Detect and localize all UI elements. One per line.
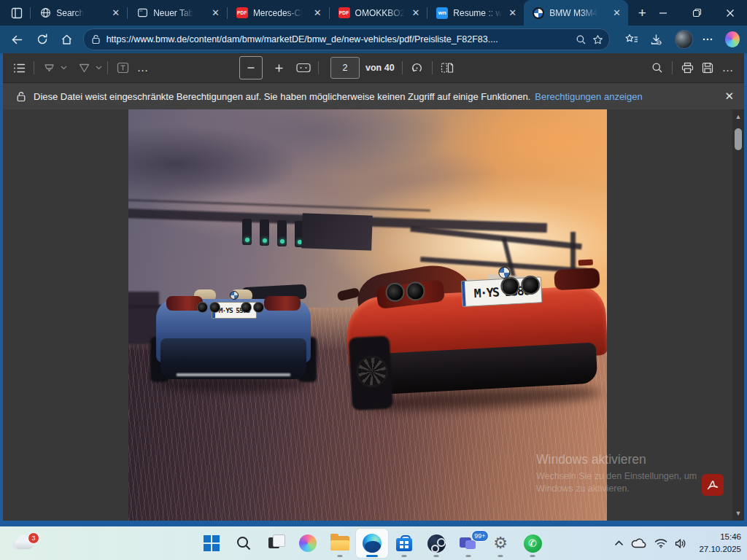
close-tab-icon[interactable]: ✕: [110, 7, 121, 19]
windows-activation-watermark: Windows aktivieren Wechseln Sie zu den E…: [536, 452, 697, 495]
tail-light: [264, 296, 301, 311]
search-document-button[interactable]: [647, 58, 667, 78]
teams-button[interactable]: 99+: [452, 529, 484, 558]
exhaust-tip: [253, 302, 264, 313]
more-options-button[interactable]: …: [718, 58, 738, 78]
close-window-button[interactable]: [713, 0, 747, 26]
pdf-file-icon: PDF: [338, 7, 350, 19]
edge-button[interactable]: [356, 529, 388, 558]
title-bar: Search ✕ Neuer Tab ✕ PDF Mercedes-Cl ✕ P…: [0, 0, 747, 26]
edge-icon: [363, 534, 382, 553]
settings-more-button[interactable]: [697, 28, 718, 50]
traffic-light: [277, 220, 287, 246]
volume-icon[interactable]: [675, 538, 687, 549]
close-tab-icon[interactable]: ✕: [210, 7, 221, 19]
search-in-address-icon[interactable]: [576, 34, 587, 45]
back-button[interactable]: [7, 28, 28, 50]
close-tab-icon[interactable]: ✕: [611, 7, 622, 19]
page-total-label: von 40: [365, 63, 395, 73]
window-frame-bottom: [0, 521, 747, 526]
scrollbar-thumb[interactable]: [735, 128, 742, 150]
tab-neuer-tab[interactable]: Neuer Tab ✕: [128, 0, 227, 26]
toolbar-separator: [672, 61, 673, 74]
file-explorer-button[interactable]: [324, 529, 356, 558]
tab-resume-doc[interactable]: wn Resume :: w ✕: [427, 0, 524, 26]
close-tab-icon[interactable]: ✕: [507, 7, 518, 19]
url-text[interactable]: https://www.bmw.de/content/dam/bmw/marke…: [107, 34, 570, 44]
scroll-down-button[interactable]: ▼: [732, 508, 744, 519]
onedrive-icon[interactable]: [631, 538, 647, 548]
start-button[interactable]: [196, 529, 228, 558]
tab-bmw-active[interactable]: BMW M3M4 ✕: [524, 0, 628, 26]
save-button[interactable]: [697, 58, 718, 78]
notification-message: Diese Datei weist eingeschränkte Berecht…: [34, 91, 530, 102]
page-number-input[interactable]: [330, 57, 360, 79]
steam-icon: [427, 534, 446, 553]
bmw-roundel: [230, 291, 239, 300]
close-tab-icon[interactable]: ✕: [312, 7, 323, 19]
toolbar-separator: [402, 61, 403, 74]
highlight-button[interactable]: [39, 58, 59, 78]
add-text-button[interactable]: [112, 58, 133, 78]
chevron-down-icon[interactable]: [94, 58, 103, 78]
tab-omokkbo2-pdf[interactable]: PDF OMOKKBO2 ✕: [330, 0, 427, 26]
watermark-line1: Wechseln Sie zu den Einstellungen, um: [536, 470, 697, 483]
notification-close-button[interactable]: ✕: [724, 90, 734, 103]
weather-widget[interactable]: 3: [13, 532, 42, 556]
steam-button[interactable]: [420, 529, 452, 558]
print-button[interactable]: [677, 58, 697, 78]
tray-time: 15:46: [699, 531, 741, 543]
whatsapp-icon: ✆: [524, 534, 542, 553]
tray-chevron-icon[interactable]: [614, 540, 624, 546]
globe-icon: [39, 7, 51, 19]
toolbar-separator: [34, 61, 34, 74]
restore-button[interactable]: [680, 0, 713, 26]
pdf-page-image[interactable]: M·YS 5575 M·YS 5386: [128, 109, 607, 521]
tab-actions-menu-button[interactable]: [7, 4, 26, 23]
favorites-bar-button[interactable]: [622, 28, 642, 50]
favorite-star-icon[interactable]: [592, 34, 603, 45]
bmw-logo-icon: [533, 7, 544, 19]
zoom-out-button[interactable]: [239, 56, 263, 79]
taskbar-search-button[interactable]: [228, 529, 260, 558]
zoom-in-button[interactable]: [268, 58, 289, 78]
clock[interactable]: 15:46 27.10.2025: [699, 531, 741, 555]
site-permissions-lock-icon[interactable]: [91, 34, 101, 44]
close-tab-icon[interactable]: ✕: [410, 7, 421, 19]
microsoft-store-button[interactable]: [388, 529, 420, 558]
folder-icon: [330, 536, 349, 551]
more-tools-button[interactable]: …: [133, 58, 153, 78]
settings-button[interactable]: ⚙: [484, 529, 516, 558]
minimize-button[interactable]: [646, 0, 680, 26]
m4-badge: [578, 260, 593, 266]
task-view-button[interactable]: [260, 529, 292, 558]
address-bar[interactable]: https://www.bmw.de/content/dam/bmw/marke…: [83, 28, 610, 50]
tab-label: Mercedes-Cl: [253, 8, 303, 18]
wifi-icon[interactable]: [654, 538, 667, 548]
exhaust-tip: [197, 302, 208, 313]
home-button[interactable]: [57, 28, 77, 50]
copilot-icon[interactable]: [725, 31, 740, 47]
new-tab-button[interactable]: +: [638, 5, 646, 21]
vertical-scrollbar[interactable]: ▲ ▼: [732, 109, 744, 521]
page-view-button[interactable]: [437, 58, 457, 78]
downloads-button[interactable]: [646, 28, 667, 50]
notification-badge: 3: [28, 532, 39, 544]
profile-avatar[interactable]: [675, 30, 692, 49]
refresh-button[interactable]: [32, 28, 53, 50]
acrobat-extension-button[interactable]: [702, 474, 724, 496]
wn-icon-label: wn: [436, 7, 448, 19]
draw-button[interactable]: [74, 58, 94, 78]
whatsapp-button[interactable]: ✆: [516, 529, 549, 558]
copilot-button[interactable]: [292, 529, 324, 558]
tab-label: Neuer Tab: [153, 8, 193, 18]
fit-to-width-button[interactable]: [293, 58, 314, 78]
tab-search[interactable]: Search ✕: [31, 0, 127, 26]
chevron-down-icon[interactable]: [59, 58, 68, 78]
rotate-button[interactable]: [407, 58, 427, 78]
table-of-contents-button[interactable]: [9, 58, 29, 78]
scroll-up-button[interactable]: ▲: [732, 111, 744, 122]
permissions-link[interactable]: Berechtigungen anzeigen: [535, 91, 642, 102]
toolbar-separator: [432, 61, 433, 74]
tab-mercedes-pdf[interactable]: PDF Mercedes-Cl ✕: [228, 0, 329, 26]
